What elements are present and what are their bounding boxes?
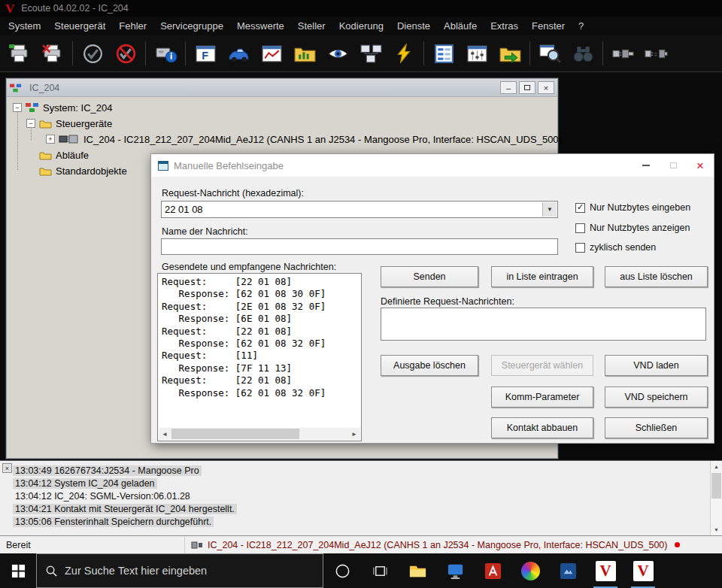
collapse-icon[interactable]: −	[13, 103, 22, 112]
print-disconnect-button[interactable]	[36, 38, 69, 68]
vnd-speichern-button[interactable]: VND speichern	[605, 386, 708, 408]
fault-codes-button[interactable]: F	[189, 38, 222, 68]
log-entry[interactable]: 13:03:49 162676734:J2534 - Mangoose Pro	[13, 464, 707, 477]
log-entry[interactable]: 13:04:21 Kontakt mit Steuergerät IC_204 …	[13, 502, 707, 515]
minimize-button[interactable]: –	[500, 81, 517, 94]
checkbox-box[interactable]	[575, 243, 585, 253]
checkbox-box[interactable]	[575, 203, 585, 213]
menu-system[interactable]: System	[2, 17, 47, 35]
menu-kodierung[interactable]: Kodierung	[332, 17, 390, 35]
request-combobox[interactable]: ▼	[161, 201, 558, 218]
in-liste-eintragen-button[interactable]: in Liste eintragen	[491, 266, 593, 287]
tree-item-steuergeraete[interactable]: − Steuergeräte	[26, 117, 112, 130]
defined-requests-box[interactable]	[381, 308, 706, 341]
ausgabe-loeschen-button[interactable]: Ausgabe löschen	[381, 355, 478, 376]
horizontal-scrollbar[interactable]: ◄ ►	[159, 428, 360, 440]
print-connect-button[interactable]	[3, 38, 36, 68]
scrollbar-thumb[interactable]	[171, 429, 299, 439]
schliessen-button[interactable]: Schließen	[605, 417, 708, 438]
collapse-icon[interactable]: −	[26, 119, 35, 128]
ecoute-app-button-1[interactable]: V	[587, 553, 624, 588]
scroll-down-icon[interactable]: ▼	[711, 524, 722, 535]
value-list-button[interactable]	[427, 38, 460, 68]
message-line[interactable]: Request: [11]	[162, 350, 357, 362]
tree-item-standardobjekte[interactable]: Standardobjekte	[26, 164, 127, 177]
komm-parameter-button[interactable]: Komm-Parameter	[491, 386, 593, 408]
message-line[interactable]: Response: [6E 01 08]	[162, 313, 357, 325]
search-window-button[interactable]	[533, 38, 566, 68]
name-input[interactable]	[162, 239, 557, 254]
steuergeraet-waehlen-button[interactable]: Steuergerät wählen	[491, 355, 593, 376]
start-button[interactable]	[0, 553, 36, 588]
menu-ablaeufe[interactable]: Abläufe	[437, 17, 484, 35]
checkbox-box[interactable]	[575, 223, 585, 233]
window-structure-button[interactable]	[354, 38, 387, 68]
tree-item-ecu[interactable]: + IC_204 - IC218_212_207_204Mid_AeJ12 (C…	[46, 132, 562, 146]
message-line[interactable]: Response: [62 01 08 32 0F]	[162, 387, 357, 399]
message-line[interactable]: Response: [62 01 08 30 0F]	[162, 288, 357, 300]
message-line[interactable]: Request: [2E 01 08 32 0F]	[162, 301, 357, 313]
close-button[interactable]: ×	[538, 81, 554, 94]
message-line[interactable]: Request: [22 01 08]	[162, 276, 357, 288]
file-explorer-button[interactable]	[399, 553, 436, 588]
binoculars-button[interactable]	[566, 38, 599, 68]
adobe-reader-button[interactable]	[474, 553, 511, 588]
tree-item-system[interactable]: − System: IC_204	[13, 101, 113, 114]
menu-fehler[interactable]: Fehler	[112, 17, 153, 35]
disconnect-plug-button[interactable]	[639, 38, 672, 68]
dialog-maximize-button[interactable]	[660, 154, 687, 177]
chart-folder-button[interactable]	[288, 38, 321, 68]
menu-help[interactable]: ?	[572, 17, 590, 35]
aus-liste-loeschen-button[interactable]: aus Liste löschen	[605, 266, 708, 287]
connect-plug-button[interactable]	[606, 38, 639, 68]
scroll-up-icon[interactable]: ▲	[711, 461, 722, 472]
menu-messwerte[interactable]: Messwerte	[230, 17, 291, 35]
paint-palette-button[interactable]	[511, 553, 549, 588]
dialog-close-button[interactable]: ×	[687, 154, 714, 177]
dialog-title-bar[interactable]: Manuelle Befehlseingabe ×	[151, 154, 714, 177]
checkbox-nur-nutzbytes-eingeben[interactable]: Nur Nutzbytes eingeben	[575, 202, 690, 213]
message-line[interactable]: Response: [7F 11 13]	[162, 362, 357, 374]
blue-app-button[interactable]	[549, 553, 587, 588]
message-line[interactable]: Request: [22 01 08]	[162, 326, 357, 338]
senden-button[interactable]: Senden	[381, 266, 478, 287]
vehicle-button[interactable]	[222, 38, 255, 68]
log-vertical-scrollbar[interactable]: ▲ ▼	[710, 461, 722, 535]
menu-dienste[interactable]: Dienste	[390, 17, 437, 35]
message-line[interactable]: Request: [22 01 08]	[162, 374, 357, 386]
taskbar-search-box[interactable]	[36, 553, 323, 588]
menu-steller[interactable]: Steller	[291, 17, 332, 35]
menu-extras[interactable]: Extras	[484, 17, 525, 35]
scrollbar-thumb[interactable]	[711, 473, 721, 499]
messages-listbox[interactable]: Request: [22 01 08] Response: [62 01 08 …	[157, 273, 362, 441]
menu-servicegruppe[interactable]: Servicegruppe	[153, 17, 230, 35]
check-ok-button[interactable]	[76, 38, 109, 68]
dropdown-arrow-icon[interactable]: ▼	[542, 202, 557, 217]
name-field[interactable]	[161, 238, 558, 255]
scroll-right-icon[interactable]: ►	[348, 428, 360, 440]
scroll-left-icon[interactable]: ◄	[159, 428, 171, 440]
log-entry[interactable]: 13:04:12 IC_204: SGML-Version:06.01.28	[13, 489, 707, 502]
expand-icon[interactable]: +	[46, 135, 55, 144]
tree-item-ablaeufe[interactable]: Abläufe	[26, 148, 89, 162]
search-input[interactable]	[65, 565, 290, 577]
device-info-button[interactable]	[149, 38, 182, 68]
vnd-laden-button[interactable]: VND laden	[605, 355, 708, 376]
ic204-title-bar[interactable]: IC_204 – ×	[7, 79, 557, 97]
measurements-button[interactable]	[255, 38, 288, 68]
monitor-eye-button[interactable]	[321, 38, 354, 68]
log-close-button[interactable]: ×	[2, 463, 12, 473]
cortana-button[interactable]	[323, 553, 361, 588]
dialog-minimize-button[interactable]	[633, 154, 660, 177]
maximize-button[interactable]	[519, 81, 535, 94]
message-line[interactable]: Response: [62 01 08 32 0F]	[162, 338, 357, 350]
ecoute-app-button-2[interactable]: V	[624, 553, 662, 588]
log-entry[interactable]: 13:04:12 System IC_204 geladen	[13, 477, 707, 489]
app-title-bar[interactable]: V Ecoute 04.02.02 - IC_204	[0, 0, 722, 17]
task-view-button[interactable]	[361, 553, 399, 588]
check-clear-button[interactable]	[109, 38, 142, 68]
log-entry[interactable]: 13:05:06 Fensterinhalt Speichern durchge…	[13, 515, 707, 528]
flash-button[interactable]	[387, 38, 420, 68]
menu-steuergeraet[interactable]: Steuergerät	[47, 17, 112, 35]
request-input[interactable]	[162, 202, 542, 217]
